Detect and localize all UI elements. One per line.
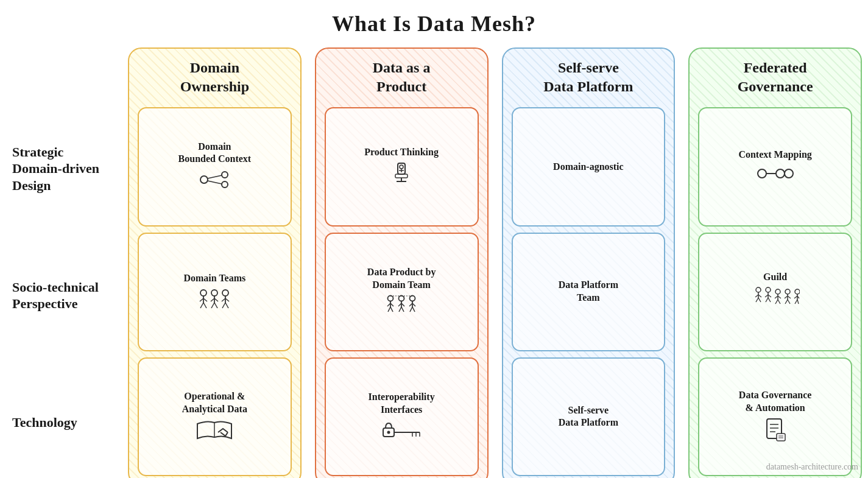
cell-label-product-thinking: Product Thinking [364,146,439,159]
svg-line-67 [758,298,761,302]
column-domain-ownership: DomainOwnership DomainBounded Context Do… [128,47,302,478]
svg-line-9 [200,303,203,308]
svg-point-68 [766,287,771,292]
svg-line-73 [768,298,771,302]
team-graph-icon [382,294,421,317]
svg-line-79 [778,300,780,304]
cell-self-serve-data-platform: Self-serveData Platform [512,357,666,476]
cell-label-domain-agnostic: Domain-agnostic [553,161,624,174]
cell-label-self-serve-data-platform: Self-serveData Platform [559,404,618,430]
column-federated-governance: FederatedGovernance Context Mapping Guil… [688,47,862,478]
page-title: What Is Data Mesh? [0,0,868,37]
cell-label-data-platform-team: Data PlatformTeam [559,279,618,304]
cell-product-thinking: Product Thinking [325,107,479,226]
main-layout: StrategicDomain-drivenDesign Socio-techn… [0,47,868,478]
svg-point-58 [776,169,785,178]
watermark: datamesh-architecture.com [766,462,858,472]
cell-label-interoperability-interfaces: InteroperabilityInterfaces [369,391,435,416]
document-icon [764,418,786,445]
svg-point-37 [399,296,404,301]
column-self-serve-data-platform: Self-serveData Platform Domain-agnostic … [502,47,676,478]
svg-line-48 [412,307,415,312]
cell-domain-teams: Domain Teams [138,233,292,351]
svg-line-85 [788,300,790,304]
column-data-as-a-product: Data as aProduct Product Thinking [315,47,489,478]
svg-point-1 [222,172,228,178]
columns-area: DomainOwnership DomainBounded Context Do… [128,47,868,478]
svg-line-47 [410,307,412,312]
svg-point-31 [388,296,393,301]
col-header-data-as-a-product: Data as aProduct [325,56,479,100]
svg-line-16 [214,303,217,308]
svg-line-22 [225,303,228,308]
row-label-strategic: StrategicDomain-drivenDesign [12,105,128,232]
svg-point-11 [211,290,217,296]
cell-interoperability-interfaces: InteroperabilityInterfaces [325,357,479,476]
svg-point-0 [200,176,208,183]
lock-chain-icon [382,420,421,443]
svg-line-4 [208,181,222,184]
cell-label-domain-bounded-context: DomainBounded Context [178,141,252,166]
cell-data-platform-team: Data PlatformTeam [512,233,666,351]
svg-point-60 [785,169,793,178]
svg-point-74 [775,289,780,294]
cell-label-operational-analytical-data: Operational &Analytical Data [182,390,247,416]
cell-domain-bounded-context: DomainBounded Context [138,107,292,226]
svg-line-91 [797,300,799,304]
svg-point-62 [756,287,761,292]
trophy-icon [388,162,415,188]
cell-label-data-product-by-domain-team: Data Product byDomain Team [367,266,436,292]
cell-context-mapping: Context Mapping [698,107,852,226]
cell-data-governance-automation: Data Governance& Automation [698,357,852,476]
cell-label-context-mapping: Context Mapping [738,149,811,161]
cell-operational-analytical-data: Operational &Analytical Data [138,357,292,476]
svg-line-35 [388,307,390,312]
svg-point-2 [222,181,228,188]
nodes-icon [756,164,795,185]
cell-data-product-by-domain-team: Data Product byDomain Team [325,233,479,351]
row-labels: StrategicDomain-drivenDesign Socio-techn… [6,47,128,478]
svg-line-66 [756,298,758,302]
col-header-self-serve-data-platform: Self-serveData Platform [512,56,666,100]
cell-label-guild: Guild [763,271,787,284]
svg-rect-96 [777,434,785,441]
col-header-domain-ownership: DomainOwnership [138,56,292,100]
svg-point-43 [410,296,415,301]
svg-point-52 [387,431,390,434]
svg-line-41 [399,307,401,312]
cell-label-domain-teams: Domain Teams [183,272,245,285]
graph-icon [198,169,231,193]
book-icon [195,419,234,443]
col-header-federated-governance: FederatedGovernance [698,56,852,100]
cell-label-data-governance-automation: Data Governance& Automation [739,389,812,415]
svg-line-90 [795,300,797,304]
svg-line-10 [203,303,206,308]
row-label-socio: Socio-technicalPerspective [12,232,128,359]
svg-point-86 [795,289,800,294]
people-icon [195,288,234,311]
svg-line-42 [401,307,404,312]
svg-line-21 [222,303,225,308]
svg-point-17 [222,290,228,296]
svg-point-5 [200,290,206,296]
row-label-technology: Technology [12,359,128,478]
svg-line-84 [785,300,788,304]
multi-people-icon [751,287,800,312]
svg-line-36 [390,307,393,312]
cell-guild: Guild [698,233,852,351]
svg-point-28 [400,165,403,169]
svg-line-15 [211,303,214,308]
cell-domain-agnostic: Domain-agnostic [512,107,666,226]
svg-point-80 [785,289,790,294]
svg-point-57 [758,169,766,178]
svg-line-3 [208,175,222,178]
svg-line-72 [766,298,768,302]
svg-line-78 [775,300,778,304]
